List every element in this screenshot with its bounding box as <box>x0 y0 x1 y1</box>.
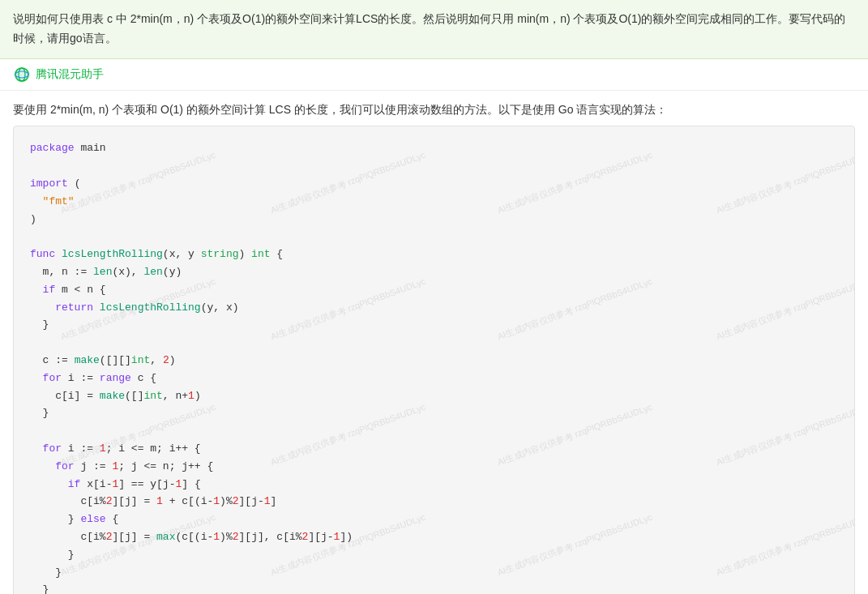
question-block: 说明如何只使用表 c 中 2*min(m，n) 个表项及O(1)的额外空间来计算… <box>0 0 868 59</box>
question-text: 说明如何只使用表 c 中 2*min(m，n) 个表项及O(1)的额外空间来计算… <box>0 0 868 59</box>
code-container: AI生成内容仅供参考 rzqPlQRBbS4UDLycAI生成内容仅供参考 rz… <box>13 126 855 594</box>
assistant-name: 腾讯混元助手 <box>36 67 104 82</box>
svg-point-0 <box>14 66 30 83</box>
code-block: package main import ( "fmt" ) func lcsLe… <box>14 126 854 594</box>
assistant-logo-icon <box>13 66 31 83</box>
answer-intro: 要使用 2*min(m, n) 个表项和 O(1) 的额外空间计算 LCS 的长… <box>0 91 868 126</box>
assistant-header: 腾讯混元助手 <box>0 59 868 91</box>
